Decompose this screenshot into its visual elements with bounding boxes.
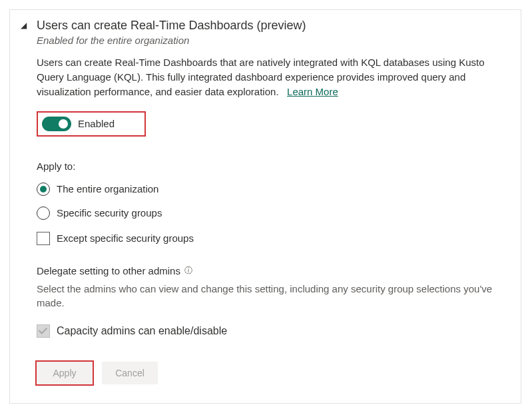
checkbox-icon [37,324,50,338]
apply-to-label: Apply to: [37,161,507,172]
checkbox-capacity-admins[interactable]: Capacity admins can enable/disable [37,324,507,338]
radio-label: The entire organization [57,183,158,195]
checkbox-except-security-groups[interactable]: Except specific security groups [37,232,507,245]
apply-button[interactable]: Apply [37,362,93,384]
setting-panel: ◢ Users can create Real-Time Dashboards … [9,9,521,404]
action-buttons: Apply Cancel [37,362,507,384]
panel-header: ◢ Users can create Real-Time Dashboards … [21,18,507,46]
enable-toggle[interactable] [42,117,71,131]
description-text: Users can create Real-Time Dashboards th… [37,57,485,97]
toggle-knob [59,119,68,129]
expand-collapse-icon[interactable]: ◢ [21,18,30,30]
toggle-state-label: Enabled [78,118,115,129]
delegate-heading-row: Delegate setting to other admins ⓘ [37,265,507,276]
checkbox-label: Capacity admins can enable/disable [57,325,227,337]
radio-label: Specific security groups [57,207,162,218]
setting-description: Users can create Real-Time Dashboards th… [37,55,507,99]
delegate-heading: Delegate setting to other admins [37,265,180,276]
header-content: Users can create Real-Time Dashboards (p… [37,18,507,46]
panel-body: Users can create Real-Time Dashboards th… [37,55,507,384]
delegate-description: Select the admins who can view and chang… [37,282,507,310]
enable-toggle-row: Enabled [37,111,146,137]
checkbox-icon [37,232,50,245]
setting-subtitle: Enabled for the entire organization [37,35,507,46]
radio-icon [37,183,50,196]
radio-icon [37,206,50,220]
learn-more-link[interactable]: Learn More [287,86,338,97]
checkbox-label: Except specific security groups [57,232,194,244]
radio-specific-security-groups[interactable]: Specific security groups [37,206,507,220]
cancel-button[interactable]: Cancel [102,362,158,384]
info-icon[interactable]: ⓘ [184,265,192,276]
setting-title: Users can create Real-Time Dashboards (p… [37,18,507,33]
radio-entire-organization[interactable]: The entire organization [37,183,507,196]
